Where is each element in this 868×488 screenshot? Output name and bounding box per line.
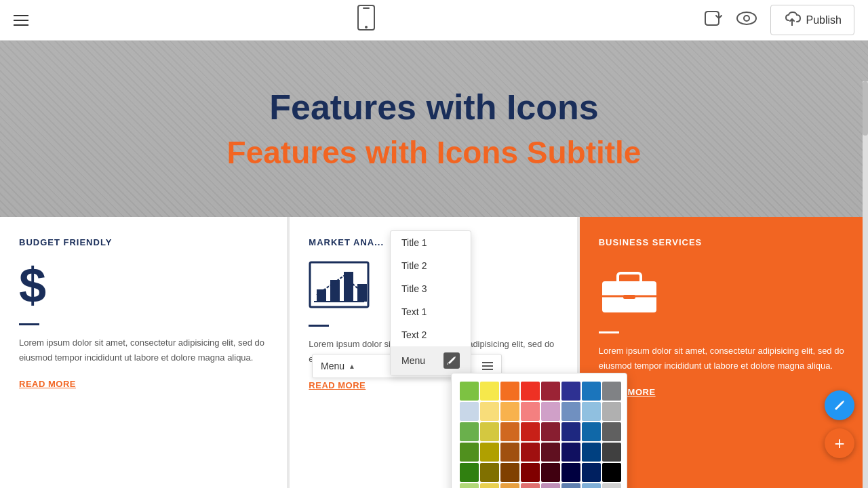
svg-line-15 xyxy=(448,363,448,365)
menu-bar-left: Menu ▲ xyxy=(321,361,355,371)
color-swatch[interactable] xyxy=(500,443,519,462)
color-swatch[interactable] xyxy=(480,382,499,401)
fab-add-button[interactable]: + xyxy=(825,428,854,458)
hamburger-menu-icon[interactable] xyxy=(14,15,28,26)
svg-rect-7 xyxy=(330,280,340,302)
dollar-icon: $ xyxy=(19,261,268,310)
hero-subtitle: Features with Icons Subtitle xyxy=(227,134,642,171)
dropdown-item-title1[interactable]: Title 1 xyxy=(391,231,471,254)
color-swatch[interactable] xyxy=(582,463,601,482)
dropdown-item-title3[interactable]: Title 3 xyxy=(391,277,471,300)
hero-title: Features with Icons xyxy=(269,87,598,127)
color-swatch[interactable] xyxy=(582,382,601,401)
mobile-preview-icon[interactable] xyxy=(357,4,376,36)
svg-rect-9 xyxy=(357,284,367,302)
color-swatch[interactable] xyxy=(602,422,621,441)
dropdown-item-menu[interactable]: Menu xyxy=(391,346,471,375)
color-swatch[interactable] xyxy=(480,422,499,441)
color-swatch[interactable] xyxy=(500,422,519,441)
color-swatch[interactable] xyxy=(541,483,560,488)
color-grid xyxy=(460,382,618,488)
card-market-divider xyxy=(309,325,329,327)
toolbar-left xyxy=(14,15,28,26)
card-budget: BUDGET FRIENDLY $ Lorem ipsum dolor sit … xyxy=(0,217,287,488)
chevron-up-icon: ▲ xyxy=(349,363,355,370)
menu-bar-label: Menu xyxy=(321,361,344,371)
color-swatch[interactable] xyxy=(561,483,580,488)
card-budget-read-more[interactable]: READ MORE xyxy=(19,379,76,389)
card-business-text: Lorem ipsum dolor sit amet, consectetur … xyxy=(599,344,848,373)
publish-label: Publish xyxy=(806,14,842,26)
color-swatch[interactable] xyxy=(521,382,540,401)
color-swatch[interactable] xyxy=(582,443,601,462)
card-budget-divider xyxy=(19,323,39,325)
publish-button[interactable]: Publish xyxy=(770,5,854,35)
fab-edit-button[interactable] xyxy=(825,390,854,420)
card-business-title: BUSINESS SERVICES xyxy=(599,237,848,247)
color-swatch[interactable] xyxy=(561,382,580,401)
color-swatch[interactable] xyxy=(541,382,560,401)
preview-eye-icon[interactable] xyxy=(736,11,757,30)
svg-point-3 xyxy=(737,12,756,24)
hero-section: Features with Icons Features with Icons … xyxy=(0,41,868,217)
toolbar-right: Publish xyxy=(704,5,854,35)
hamburger-lines-icon[interactable] xyxy=(482,362,493,370)
briefcase-icon xyxy=(599,261,848,318)
color-swatch[interactable] xyxy=(500,463,519,482)
color-swatch[interactable] xyxy=(480,483,499,488)
edit-pen-icon[interactable] xyxy=(443,352,460,369)
color-swatch[interactable] xyxy=(582,422,601,441)
color-swatch[interactable] xyxy=(460,422,479,441)
color-swatch[interactable] xyxy=(521,463,540,482)
color-swatch[interactable] xyxy=(500,402,519,421)
color-swatch[interactable] xyxy=(460,463,479,482)
color-swatch[interactable] xyxy=(582,483,601,488)
color-swatch[interactable] xyxy=(602,483,621,488)
undo-icon[interactable] xyxy=(704,9,723,32)
color-swatch[interactable] xyxy=(561,402,580,421)
card-business-divider xyxy=(599,331,619,333)
color-swatch[interactable] xyxy=(460,382,479,401)
color-swatch[interactable] xyxy=(480,402,499,421)
color-picker: More > xyxy=(451,373,627,488)
color-swatch[interactable] xyxy=(521,422,540,441)
main-content: Features with Icons Features with Icons … xyxy=(0,41,868,488)
color-swatch[interactable] xyxy=(541,463,560,482)
dropdown-item-title2[interactable]: Title 2 xyxy=(391,254,471,277)
color-swatch[interactable] xyxy=(521,443,540,462)
card-budget-title: BUDGET FRIENDLY xyxy=(19,237,268,247)
color-swatch[interactable] xyxy=(521,402,540,421)
color-swatch[interactable] xyxy=(500,382,519,401)
toolbar-center xyxy=(357,4,376,36)
color-swatch[interactable] xyxy=(521,483,540,488)
toolbar: Publish xyxy=(0,0,868,41)
color-swatch[interactable] xyxy=(602,443,621,462)
card-market-read-more[interactable]: READ MORE xyxy=(309,380,366,390)
dropdown-item-text1[interactable]: Text 1 xyxy=(391,300,471,323)
dropdown-item-text2[interactable]: Text 2 xyxy=(391,323,471,346)
color-swatch[interactable] xyxy=(541,402,560,421)
color-swatch[interactable] xyxy=(561,463,580,482)
color-swatch[interactable] xyxy=(561,422,580,441)
color-swatch[interactable] xyxy=(602,402,621,421)
svg-point-4 xyxy=(744,16,749,21)
color-swatch[interactable] xyxy=(460,483,479,488)
scrollbar[interactable] xyxy=(863,81,868,488)
color-swatch[interactable] xyxy=(602,382,621,401)
svg-point-1 xyxy=(365,26,368,28)
dropdown-menu: Title 1 Title 2 Title 3 Text 1 Text 2 Me… xyxy=(390,230,471,375)
color-swatch[interactable] xyxy=(541,443,560,462)
color-swatch[interactable] xyxy=(500,483,519,488)
cloud-upload-icon xyxy=(783,11,801,29)
scrollbar-thumb[interactable] xyxy=(863,81,868,136)
color-swatch[interactable] xyxy=(582,402,601,421)
color-swatch[interactable] xyxy=(480,463,499,482)
color-swatch[interactable] xyxy=(460,443,479,462)
color-swatch[interactable] xyxy=(480,443,499,462)
color-swatch[interactable] xyxy=(460,402,479,421)
color-swatch[interactable] xyxy=(541,422,560,441)
card-budget-text: Lorem ipsum dolor sit amet, consectetur … xyxy=(19,336,268,365)
color-swatch[interactable] xyxy=(602,463,621,482)
color-swatch[interactable] xyxy=(561,443,580,462)
